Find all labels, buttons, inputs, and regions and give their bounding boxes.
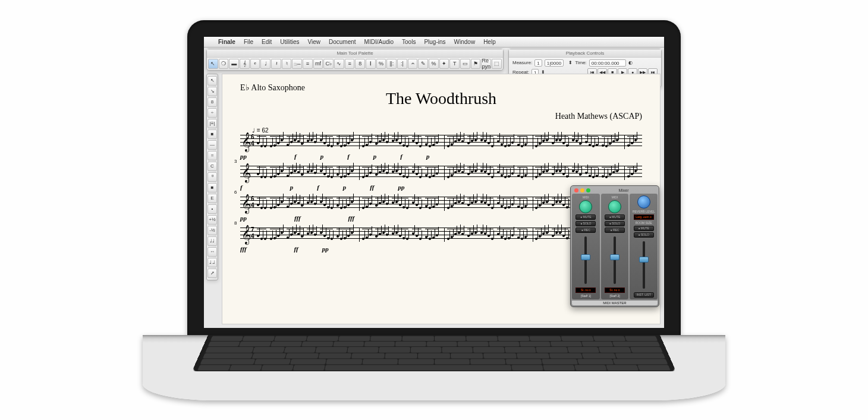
channel-mute-button[interactable]: ● MUTE — [605, 214, 625, 220]
master-fader-handle[interactable] — [639, 257, 649, 263]
mixer-channel[interactable]: MIDI● MUTE● SOLO● RECSt..no ≡[Staff 2] — [601, 194, 629, 299]
dynamic-marking: p — [343, 184, 347, 191]
clock-icon[interactable]: ◐ — [628, 60, 633, 65]
fader-track[interactable] — [584, 236, 587, 284]
laptop-frame: Finale File Edit Utilities View Document… — [143, 20, 725, 400]
tool-button[interactable]: 𝆓 — [292, 59, 302, 69]
menu-tools[interactable]: Tools — [402, 39, 416, 45]
staff-system[interactable]: 3𝄞fpfpffpp — [240, 166, 642, 180]
side-tool-button[interactable]: • — [207, 204, 217, 214]
mixer-title: Mixer — [592, 188, 655, 192]
close-icon[interactable] — [574, 188, 578, 192]
menu-window[interactable]: Window — [454, 39, 476, 45]
tool-button[interactable]: 𝄞 — [240, 59, 250, 69]
tool-button[interactable]: ⚑ — [471, 59, 481, 69]
tool-button[interactable]: ≡ — [303, 59, 313, 69]
menu-document[interactable]: Document — [329, 39, 356, 45]
tool-button[interactable]: ↖ — [208, 59, 218, 69]
tool-button[interactable]: ∿ — [334, 59, 344, 69]
side-tool-button[interactable]: ➚ — [207, 269, 217, 278]
tool-button[interactable]: ✦ — [439, 59, 449, 69]
fader-handle[interactable] — [581, 254, 590, 260]
side-tool-button[interactable]: ■ — [207, 130, 217, 139]
room-display[interactable]: Larg..oom ≡ — [634, 214, 654, 220]
tool-button[interactable]: ✎ — [418, 59, 428, 69]
pan-knob[interactable] — [579, 200, 592, 213]
position-input[interactable]: 1|0000 — [545, 59, 564, 67]
side-tool-button[interactable]: ↖ — [207, 76, 217, 86]
side-tool-button[interactable]: ♩♩ — [207, 236, 217, 246]
tool-button[interactable]: mf — [313, 59, 323, 69]
fader-track[interactable] — [614, 236, 616, 284]
channel-rec-button[interactable]: ● REC — [575, 228, 596, 233]
channel-mute-button[interactable]: ● MUTE — [575, 214, 596, 220]
tool-button[interactable]: :| — [397, 59, 407, 69]
side-tool-button[interactable]: E — [207, 194, 217, 203]
side-tool-button[interactable]: |≡| — [207, 119, 217, 128]
reverb-knob[interactable] — [637, 195, 650, 209]
tool-button[interactable]: 𝄐 — [408, 59, 418, 69]
menu-utilities[interactable]: Utilities — [280, 39, 299, 45]
channel-display[interactable]: St..no ≡ — [605, 288, 625, 293]
side-tool-button[interactable]: = — [207, 151, 217, 160]
channel-solo-button[interactable]: ● SOLO — [605, 221, 625, 226]
tool-button[interactable]: ❍ — [219, 59, 229, 69]
master-mute-button[interactable]: ● MUTE — [634, 226, 654, 231]
tool-button[interactable]: ||: — [386, 59, 397, 69]
side-tool-button[interactable]: ↘ — [207, 87, 217, 96]
tool-button[interactable]: C♭ — [323, 59, 334, 69]
tool-button[interactable]: T — [449, 59, 460, 69]
side-tool-button[interactable]: +½ — [207, 215, 217, 225]
tool-button[interactable]: % — [376, 59, 386, 69]
side-tool-button[interactable]: — — [207, 140, 217, 150]
zoom-icon[interactable] — [586, 188, 590, 192]
menu-view[interactable]: View — [308, 39, 321, 45]
side-tool-button[interactable]: ■ — [207, 183, 217, 192]
menu-help[interactable]: Help — [483, 39, 496, 45]
channel-rec-button[interactable]: ● REC — [605, 228, 625, 233]
side-tool-button[interactable]: ♩.♩ — [207, 258, 217, 267]
tool-button[interactable]: ⬚ — [492, 59, 502, 69]
tool-button[interactable]: 𝄽 — [271, 59, 281, 69]
menu-plugins[interactable]: Plug-ins — [424, 39, 445, 45]
tool-button[interactable]: 𝄴 — [250, 59, 260, 69]
menu-midi-audio[interactable]: MIDI/Audio — [364, 39, 394, 45]
menu-file[interactable]: File — [244, 39, 253, 45]
dynamic-marking: fff — [240, 245, 247, 252]
side-tool-button[interactable]: ÷ — [207, 108, 217, 118]
fader-handle[interactable] — [610, 254, 619, 260]
pan-knob[interactable] — [608, 200, 621, 213]
tool-button[interactable]: ▬ — [229, 59, 239, 69]
minimize-icon[interactable] — [580, 188, 584, 192]
side-tool-button[interactable]: 8 — [207, 97, 217, 107]
staff-system[interactable]: 𝄞64ppfpfpfp — [240, 135, 642, 149]
mixer-window[interactable]: Mixer MIDI● MUTE● SOLO● RECSt..no ≡[Staf… — [570, 185, 659, 307]
instrument-list-button[interactable]: INST. LIST — [634, 292, 654, 298]
measure-number: 6 — [234, 190, 237, 195]
menu-edit[interactable]: Edit — [262, 39, 272, 45]
side-tool-button[interactable]: C — [207, 162, 217, 171]
channel-solo-button[interactable]: ● SOLO — [575, 221, 596, 226]
side-tool-strip[interactable]: ↖↘8÷|≡|■—=Cᴮ■E•+½-½♩♩↔♩.♩➚ — [206, 74, 218, 280]
mixer-master-channel[interactable]: REVERB LEVELLarg..oom ≡ROOM SIZE● MUTE● … — [630, 194, 658, 299]
tool-button[interactable]: ▭ — [460, 59, 470, 69]
side-tool-button[interactable]: -½ — [207, 226, 217, 235]
app-menu[interactable]: Finale — [218, 39, 235, 45]
mixer-channel[interactable]: MIDI● MUTE● SOLO● RECSt..no ≡[Staff 1] — [572, 194, 600, 299]
tool-button[interactable]: 8 — [355, 59, 365, 69]
tool-button[interactable]: ♩ — [260, 59, 271, 69]
master-fader-track[interactable] — [643, 241, 645, 289]
measure-input[interactable]: 1 — [534, 59, 542, 67]
tool-button[interactable]: Re pyn — [481, 59, 491, 69]
window-traffic-lights[interactable] — [574, 188, 590, 192]
tool-button[interactable]: ≡ — [345, 59, 355, 69]
side-tool-button[interactable]: ᴮ — [207, 172, 217, 182]
tool-button[interactable]: % — [429, 59, 439, 69]
tool-button[interactable]: 𝄂 — [366, 59, 376, 69]
master-solo-button[interactable]: ● SOLO — [634, 232, 654, 238]
side-tool-button[interactable]: ↔ — [207, 247, 217, 257]
channel-display[interactable]: St..no ≡ — [575, 288, 596, 293]
main-tool-palette[interactable]: Main Tool Palette ↖❍▬𝄞𝄴♩𝄽♮𝆓≡mfC♭∿≡8𝄂%||:… — [206, 49, 504, 71]
tool-button[interactable]: ♮ — [282, 59, 292, 69]
dynamic-marking: pp — [240, 214, 247, 222]
